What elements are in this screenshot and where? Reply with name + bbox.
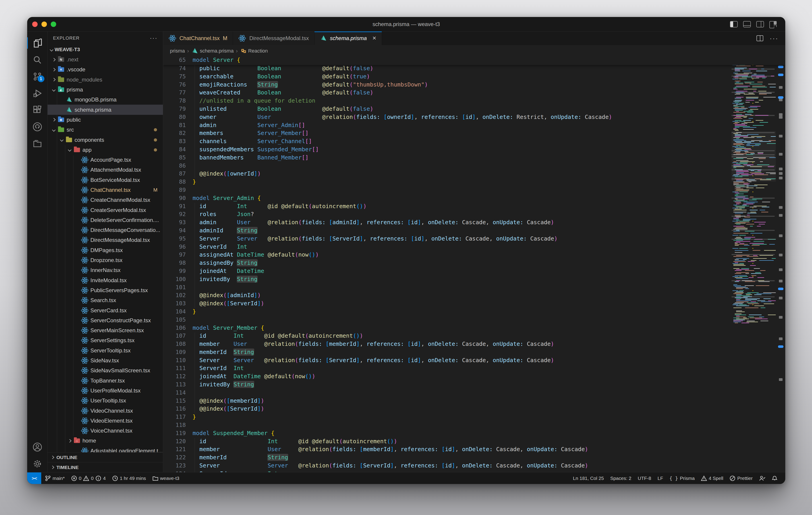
line-number: 93	[163, 219, 186, 227]
code-line-92: 92 roles Json?	[163, 211, 785, 219]
toggle-panel-icon[interactable]	[743, 21, 751, 27]
line-number: 101	[163, 284, 186, 292]
line-number: 121	[163, 446, 186, 454]
activity-item-settings[interactable]	[27, 455, 48, 472]
tab-directmessagemodal-tsx[interactable]: DirectMessageModal.tsx	[233, 31, 315, 45]
git-modified-dot	[154, 139, 157, 142]
activity-item-source-control[interactable]: 1	[27, 68, 48, 85]
tree-item-search-tsx[interactable]: Search.tsx	[48, 295, 163, 305]
code-line-105: 105	[163, 316, 785, 325]
activity-item-explorer[interactable]	[27, 35, 48, 52]
tree-item-serverconstructpage-tsx[interactable]: ServerConstructPage.tsx	[48, 315, 163, 326]
toggle-secondary-sidebar-icon[interactable]	[756, 21, 764, 27]
titlebar: schema.prisma — weave-t3	[27, 17, 785, 31]
tree-item-servermainscreen-tsx[interactable]: ServerMainScreen.tsx	[48, 326, 163, 335]
status-spell-checker[interactable]: 4 Spell	[701, 475, 723, 481]
status-feedback[interactable]	[759, 475, 765, 481]
status-clock[interactable]: 1 hr 49 mins	[112, 475, 146, 481]
tree-item--next[interactable]: N.next	[48, 55, 163, 65]
status-folder[interactable]: weave-t3	[152, 475, 179, 481]
tree-item-videoelement-tsx[interactable]: VideoElement.tsx	[48, 416, 163, 426]
tree-item-chatchannel-tsx[interactable]: ChatChannel.tsxM	[48, 185, 163, 195]
status-problems[interactable]: 004	[71, 475, 106, 481]
tree-item-invitemodal-tsx[interactable]: InviteModal.tsx	[48, 275, 163, 285]
code-line-93: 93 admin User @relation(fields: [adminId…	[163, 219, 785, 227]
breadcrumb-item-schema-prisma[interactable]: schema.prisma	[191, 48, 234, 54]
tree-item-voicechannel-tsx[interactable]: VoiceChannel.tsx	[48, 426, 163, 436]
tree-item-directmessageconversatio-[interactable]: DirectMessageConversatio...	[48, 225, 163, 235]
tree-item-app[interactable]: app	[48, 145, 163, 155]
tree-item-innernav-tsx[interactable]: InnerNav.tsx	[48, 265, 163, 275]
tree-item-attachmentmodal-tsx[interactable]: AttachmentModal.tsx	[48, 165, 163, 175]
tree-item-public[interactable]: ⊕public	[48, 115, 163, 125]
tree-item-publicserverspages-tsx[interactable]: PublicServersPages.tsx	[48, 285, 163, 295]
close-window-button[interactable]	[32, 22, 38, 27]
tree-item--vscode[interactable]: ✕.vscode	[48, 65, 163, 74]
react-icon	[238, 34, 246, 42]
tree-item-deleteserverconfirmation-[interactable]: DeleteServerConfirmation....	[48, 215, 163, 225]
tree-item-usertooltip-tsx[interactable]: UserTooltip.tsx	[48, 396, 163, 405]
tree-item-mongodb-prisma[interactable]: mongoDB.prisma	[48, 95, 163, 104]
tree-item-adjustableloadingelement-t-[interactable]: AdjustableLoadingElement.t...	[48, 446, 163, 452]
code-editor[interactable]: 65model Server { 74 public Boolean @defa…	[163, 57, 785, 472]
close-icon[interactable]: ✕	[372, 35, 376, 41]
split-editor-icon[interactable]	[756, 35, 763, 41]
activity-item-extensions[interactable]	[27, 102, 48, 118]
tree-item-createservermodal-tsx[interactable]: CreateServerModal.tsx	[48, 205, 163, 215]
tree-item-dropzone-tsx[interactable]: Dropzone.tsx	[48, 255, 163, 265]
tab-chatchannel-tsx[interactable]: ChatChannel.tsxM	[163, 31, 233, 45]
react-icon	[81, 337, 89, 344]
status-cursor-position[interactable]: Ln 181, Col 25	[573, 476, 604, 481]
overview-ruler[interactable]	[778, 57, 784, 472]
status-branch[interactable]: main*	[45, 475, 65, 482]
remote-indicator[interactable]: ><	[27, 473, 41, 484]
code-line-80: 80 owner User @relation(fields: [ownerId…	[163, 114, 785, 122]
workspace-root-item[interactable]: WEAVE-T3	[48, 44, 163, 55]
tree-item-sidenav-tsx[interactable]: SideNav.tsx	[48, 356, 163, 366]
explorer-more-actions-icon[interactable]: ···	[150, 34, 157, 42]
status-encoding[interactable]: UTF-8	[638, 476, 651, 481]
tree-item-topbanner-tsx[interactable]: TopBanner.tsx	[48, 376, 163, 386]
tree-item-sidenavsmallscreen-tsx[interactable]: SideNavSmallScreen.tsx	[48, 366, 163, 375]
toggle-sidebar-icon[interactable]	[730, 21, 738, 27]
tree-item-prisma[interactable]: ◭prisma	[48, 85, 163, 95]
tree-item-accountpage-tsx[interactable]: AccountPage.tsx	[48, 155, 163, 165]
status-language-mode[interactable]: { }Prisma	[669, 476, 695, 481]
tree-item-node-modules[interactable]: node_modules	[48, 75, 163, 85]
status-label: weave-t3	[160, 476, 179, 481]
folder-icon	[152, 475, 158, 481]
tab-schema-prisma[interactable]: schema.prisma✕	[315, 31, 382, 45]
tree-item-videochannel-tsx[interactable]: VideoChannel.tsx	[48, 405, 163, 416]
breadcrumb-item-reaction[interactable]: Reaction	[240, 48, 268, 54]
activity-item-accounts[interactable]	[27, 439, 48, 455]
sidebar-section-timeline[interactable]: TIMELINE	[48, 462, 163, 472]
breadcrumb-item-prisma[interactable]: prisma	[170, 48, 185, 54]
activity-item-run-debug[interactable]	[27, 85, 48, 102]
status-prettier[interactable]: Prettier	[729, 475, 753, 481]
activity-item-search[interactable]	[27, 52, 48, 68]
customize-layout-icon[interactable]	[770, 21, 777, 27]
tree-item-components[interactable]: components	[48, 135, 163, 145]
activity-item-github[interactable]	[27, 118, 48, 135]
tree-item-serversettings-tsx[interactable]: ServerSettings.tsx	[48, 335, 163, 345]
tree-item-src[interactable]: src	[48, 125, 163, 135]
tree-item-botservicemodal-tsx[interactable]: BotServiceModal.tsx	[48, 175, 163, 185]
status-indentation[interactable]: Spaces: 2	[610, 476, 631, 481]
status-eol[interactable]: LF	[658, 476, 663, 481]
tree-item-home[interactable]: ⌂home	[48, 436, 163, 446]
status-notifications[interactable]	[772, 475, 778, 481]
more-actions-icon[interactable]: ···	[770, 34, 779, 42]
zoom-window-button[interactable]	[51, 22, 56, 27]
tree-item-servercard-tsx[interactable]: ServerCard.tsx	[48, 305, 163, 315]
tree-item-servertooltip-tsx[interactable]: ServerTooltip.tsx	[48, 345, 163, 356]
tree-item-directmessagemodal-tsx[interactable]: DirectMessageModal.tsx	[48, 235, 163, 245]
tree-item-userprofilemodal-tsx[interactable]: UserProfileModal.tsx	[48, 386, 163, 396]
tree-item-schema-prisma[interactable]: schema.prisma	[48, 104, 163, 115]
tree-item-createchannelmodal-tsx[interactable]: CreateChannelModal.tsx	[48, 195, 163, 205]
ruler-mark	[779, 254, 783, 256]
sidebar-section-outline[interactable]: OUTLINE	[48, 452, 163, 462]
minimize-window-button[interactable]	[41, 22, 47, 27]
activity-item-remote-explorer[interactable]	[27, 135, 48, 152]
tree-item-dmpages-tsx[interactable]: DMPages.tsx	[48, 245, 163, 255]
minimap[interactable]	[731, 57, 776, 472]
